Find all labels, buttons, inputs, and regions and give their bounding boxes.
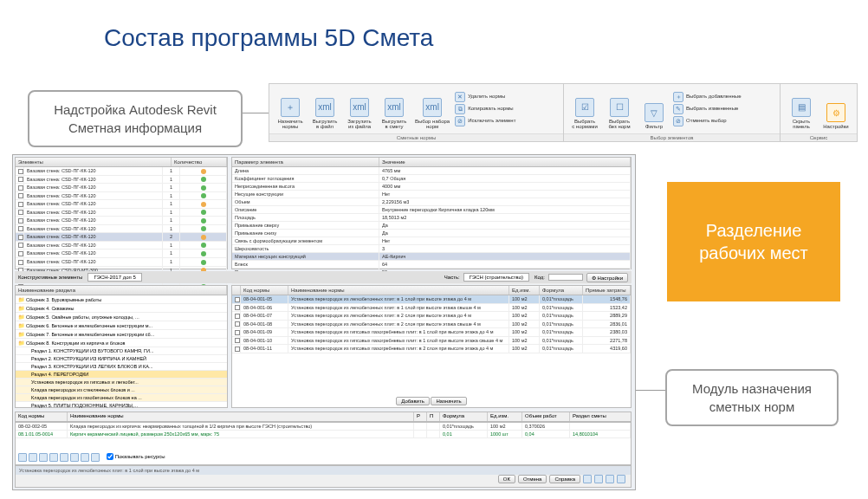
tool-icon[interactable] xyxy=(18,453,27,462)
select-added-button[interactable]: ＋Выбрать добавленные xyxy=(671,91,742,103)
assigned-norm-row[interactable]: 08-02-002-05Кладка перегородок из кирпич… xyxy=(16,423,631,431)
tree-row[interactable]: Сборник 7. Бетонные и железобетонные кон… xyxy=(16,330,227,339)
export-estimate-button[interactable]: xmlВыгрузить в смету xyxy=(377,86,411,132)
element-row[interactable]: Базовая стена: CSD-ПГ-КК-1201 xyxy=(16,192,227,201)
nav-first-icon[interactable] xyxy=(583,475,592,483)
tree-row[interactable]: Сборник 5. Свайные работы, опускные коло… xyxy=(16,313,227,321)
ribbon-group-label: Выбор элементов xyxy=(564,133,780,141)
tool-icon[interactable] xyxy=(91,453,100,462)
norm-row[interactable]: 08-04-001-06Установка перегородок из лег… xyxy=(232,304,631,313)
select-without-norms-button[interactable]: ☐Выбрать без норм xyxy=(602,86,637,132)
col-formula: Формула xyxy=(540,286,583,295)
tree-row[interactable]: Раздел 3. КОНСТРУКЦИИ ИЗ ЛЕГКИХ БЛОКОВ И… xyxy=(16,363,227,371)
tree-row[interactable]: Кладка перегородок из стеклянных блоков … xyxy=(16,386,227,394)
tool-icon[interactable] xyxy=(60,453,68,462)
assign-norms-button[interactable]: ＋Назначить нормы xyxy=(273,86,308,132)
select-changed-button[interactable]: ✎Выбрать измененные xyxy=(671,103,742,115)
param-row[interactable]: Длина4765 мм xyxy=(232,167,631,175)
nav-last-icon[interactable] xyxy=(617,475,625,483)
tree-row[interactable]: Установка перегородок из гипсовых и легк… xyxy=(16,379,227,386)
param-row[interactable]: Площадь18,5013 м2 xyxy=(232,214,631,222)
code-input[interactable] xyxy=(548,274,583,281)
param-row[interactable]: Несущие конструкцииНет xyxy=(232,191,631,198)
params-header: Параметр элемента Значение xyxy=(232,158,631,167)
tool-icon[interactable] xyxy=(70,453,79,462)
param-row[interactable]: Примыкание сверхуДа xyxy=(232,222,631,230)
norm-row[interactable]: 08-04-001-11Установка перегородок из гип… xyxy=(232,345,631,353)
norm-row[interactable]: 08-04-001-07Установка перегородок из лег… xyxy=(232,312,631,321)
col-r: Р xyxy=(414,412,427,421)
element-row[interactable]: Базовая стена: CSD-ПГ-КК-1201 xyxy=(16,225,227,234)
import-file-button[interactable]: xmlЗагрузить из файла xyxy=(342,86,377,132)
norms-module-app: Элементы Количество Базовая стена: CSD-П… xyxy=(12,154,636,490)
tool-icon[interactable] xyxy=(49,453,58,462)
param-row[interactable]: Блеск64 xyxy=(232,261,631,269)
element-row[interactable]: Базовая стена: CSD-ПГ-КК-1201 xyxy=(16,258,227,267)
parts-select[interactable]: ГЭСН (строительство) xyxy=(463,273,529,282)
norm-row[interactable]: 08-04-001-09Установка перегородок из гип… xyxy=(232,328,631,337)
assigned-norm-row[interactable]: 08.1.01.05-0014Кирпич керамический лицев… xyxy=(16,431,631,438)
tree-row[interactable]: Сборник 8. Конструкции из кирпича и блок… xyxy=(16,339,227,347)
hide-panel-button[interactable]: ▤Скрыть панель xyxy=(784,86,819,132)
copy-norms-button[interactable]: ⧉Копировать нормы xyxy=(453,103,517,115)
filter-button[interactable]: ▽Фильтр xyxy=(637,86,671,132)
element-row[interactable]: Базовая стена: CSD-ПГ-КК-1201 xyxy=(16,176,227,185)
select-with-norms-button[interactable]: ☑Выбрать с нормами xyxy=(567,86,602,132)
source-tab[interactable]: ГЭСН-2017 доп 5 xyxy=(87,273,141,282)
element-row[interactable]: Базовая стена: CSD-ПГ-КК-1201 xyxy=(16,242,227,250)
delete-norms-button[interactable]: ✕Удалить нормы xyxy=(453,91,517,103)
tree-row[interactable]: Раздел 2. КОНСТРУКЦИИ ИЗ КИРПИЧА И КАМНЕ… xyxy=(16,355,227,363)
add-norm-button[interactable]: Добавить xyxy=(396,397,430,405)
exclude-element-button[interactable]: ⊘Исключить элемент xyxy=(453,115,517,127)
show-resources-toggle[interactable]: Показывать ресурсы xyxy=(107,453,165,462)
assign-norm-button[interactable]: Назначить xyxy=(431,397,466,405)
norm-row[interactable]: 08-04-001-08Установка перегородок из лег… xyxy=(232,321,631,329)
col-check xyxy=(232,286,241,295)
nav-prev-icon[interactable] xyxy=(594,475,603,483)
ok-button[interactable]: ОК xyxy=(498,475,515,483)
tree-body[interactable]: Сборник 3. Буровзрывные работыСборник 4.… xyxy=(16,295,227,410)
export-file-button[interactable]: xmlВыгрузить в файл xyxy=(308,86,342,132)
settings-button[interactable]: ⚙Настройки xyxy=(819,86,853,132)
element-row[interactable]: Базовая стена: CSD-ПГ-КК-1201 xyxy=(16,200,227,209)
param-row[interactable]: Связь с формообразующим элементомНет xyxy=(232,237,631,245)
tree-row[interactable]: Раздел 4. ПЕРЕГОРОДКИ xyxy=(16,371,227,379)
param-row[interactable]: ОписаниеВнутренние перегородки Кирпичная… xyxy=(232,206,631,214)
element-row[interactable]: Базовая стена: CSD-ПГ-КК-1201 xyxy=(16,250,227,258)
element-row[interactable]: Базовая стена: CSD-ПГ-КК-1201 xyxy=(16,184,227,192)
help-button[interactable]: Справка xyxy=(549,475,580,483)
element-row[interactable]: Базовая стена: CSD-ПГ-КК-1201 xyxy=(16,217,227,225)
tool-icon[interactable] xyxy=(39,453,48,462)
cancel-selection-button[interactable]: ⊘Отменить выбор xyxy=(671,115,742,127)
tool-icon[interactable] xyxy=(29,453,37,462)
select-normset-button[interactable]: xmlВыбор набора норм xyxy=(411,86,453,132)
params-pane: Параметр элемента Значение Длина4765 ммК… xyxy=(231,157,632,269)
settings-btn[interactable]: ⚙ Настройки xyxy=(586,273,628,282)
tree-row[interactable]: Кладка перегородок из газобетонных блоко… xyxy=(16,394,227,402)
parts-label: Часть: xyxy=(444,275,460,280)
bottom-body[interactable]: 08-02-002-05Кладка перегородок из кирпич… xyxy=(16,423,631,438)
element-row[interactable]: Базовая стена: CSD-ПГ-КК-1201 xyxy=(16,209,227,217)
param-row[interactable]: Объем2,229156 м3 xyxy=(232,198,631,206)
param-row[interactable]: Коэффициент поглощения0,7 Общая xyxy=(232,175,631,183)
tree-row[interactable]: Сборник 3. Буровзрывные работы xyxy=(16,295,227,304)
norm-row[interactable]: 08-04-001-05Установка перегородок из лег… xyxy=(232,295,631,304)
changed-icon: ✎ xyxy=(673,104,683,114)
element-row[interactable]: Базовая стена: CSD-ПГ-КК-1201 xyxy=(16,167,227,176)
tree-row[interactable]: Раздел 5. ПЛИТЫ ПОДОКОННЫЕ, КАРНИЗЫ,... xyxy=(16,402,227,410)
tree-row[interactable]: Раздел 1. КОНСТРУКЦИИ ИЗ БУТОВОГО КАМНЯ,… xyxy=(16,347,227,355)
element-row[interactable]: Базовая стена: CSD-ПГ-КК-1202 xyxy=(16,233,227,242)
param-row[interactable]: Материал несущих конструкцийАЕ-Кирпич xyxy=(232,253,631,261)
workplace-split-box: Разделение рабочих мест xyxy=(667,182,840,301)
cancel-icon: ⊘ xyxy=(673,116,683,126)
tree-row[interactable]: Сборник 6. Бетонные и железобетонные кон… xyxy=(16,321,227,330)
tool-icon[interactable] xyxy=(81,453,89,462)
cancel-button[interactable]: Отмена xyxy=(518,475,547,483)
norms-body[interactable]: 08-04-001-05Установка перегородок из лег… xyxy=(232,295,631,353)
param-row[interactable]: Примыкание снизуДа xyxy=(232,230,631,237)
norm-row[interactable]: 08-04-001-10Установка перегородок из гип… xyxy=(232,337,631,346)
param-row[interactable]: Неприсоединенная высота4000 мм xyxy=(232,183,631,191)
tree-row[interactable]: Сборник 4. Скважины xyxy=(16,304,227,313)
param-row[interactable]: Шероховатость3 xyxy=(232,245,631,253)
nav-next-icon[interactable] xyxy=(606,475,614,483)
